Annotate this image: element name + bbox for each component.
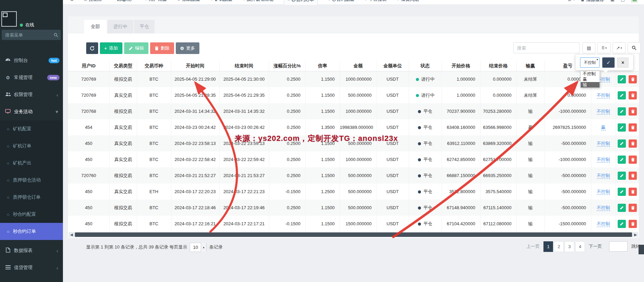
row-delete-button[interactable] (629, 204, 637, 212)
control-link[interactable]: 不控制 (597, 189, 610, 195)
row-delete-button[interactable] (629, 107, 637, 116)
sidebar-item-loans[interactable]: 借贷管理 ‹ (0, 259, 63, 276)
detail-view-button[interactable]: ▤ (582, 42, 595, 53)
sidebar-item-stake-orders[interactable]: ○质押锁仓订单 (0, 189, 63, 206)
clear-cache-button[interactable]: 清除缓存 (581, 0, 604, 3)
nav-stake-activity[interactable]: ○质押锁仓活动 (242, 0, 273, 2)
row-delete-button[interactable] (629, 139, 637, 148)
delete-button[interactable]: 删除 (150, 42, 174, 54)
control-link[interactable]: 不控制 (597, 109, 610, 115)
sidebar-item-miner-output[interactable]: ○矿机产出 (0, 155, 63, 172)
nav-contract-config[interactable]: ○秒合约配置 (328, 0, 354, 2)
row-edit-button[interactable] (618, 204, 626, 212)
status-dot-icon (418, 126, 421, 129)
row-delete-button[interactable] (629, 75, 637, 83)
control-link[interactable]: 不控制 (597, 157, 610, 163)
option-no-control[interactable]: 不控制 (581, 71, 600, 77)
nav-miner-config[interactable]: ○矿机配置 (210, 0, 232, 2)
row-edit-button[interactable] (618, 75, 626, 83)
control-link[interactable]: 不控制 (597, 141, 610, 147)
row-edit-button[interactable] (618, 220, 626, 228)
row-edit-button[interactable] (618, 123, 626, 132)
image-icon[interactable]: ▣ (610, 0, 614, 2)
row-edit-button[interactable] (618, 156, 626, 164)
control-link[interactable]: 不控制 (597, 221, 610, 227)
more-button[interactable]: ⚙更多 (176, 42, 200, 54)
next-page-button[interactable]: 下一页 (586, 243, 605, 250)
control-select[interactable]: 不控制 ▼ (580, 57, 600, 68)
page-size-select[interactable]: 10 ▲ (190, 243, 206, 252)
nav-loan-cycle[interactable]: ○借贷周期 (397, 0, 419, 2)
edit-button[interactable]: 编辑 (124, 42, 148, 54)
columns-button[interactable]: ⠿▾ (597, 42, 610, 53)
scroll-corner[interactable] (639, 245, 644, 254)
cell-control: 不控制 (591, 184, 616, 200)
nav-platform-report[interactable]: ○平台报表 (365, 0, 386, 2)
row-delete-button[interactable] (629, 156, 637, 164)
sidebar-item-dashboard[interactable]: 控制台 hot (0, 52, 63, 69)
page-button-1[interactable]: 1 (543, 241, 553, 252)
add-button[interactable]: +添加 (100, 42, 122, 54)
row-edit-button[interactable] (618, 91, 626, 99)
cell-user-id: 450 (68, 184, 109, 200)
nav-dashboard[interactable]: ⊞控制台 (84, 0, 102, 2)
confirm-button[interactable]: ✓ (602, 57, 615, 68)
sidebar-item-reports[interactable]: 数据报表 ‹ (0, 242, 63, 259)
export-button[interactable]: ↗▾ (613, 42, 626, 53)
row-delete-button[interactable] (629, 172, 637, 180)
nav-front-users[interactable]: ◔前端用户 (113, 0, 134, 2)
sidebar-item-general[interactable]: ⚙ 常规管理 new (0, 69, 63, 86)
sidebar-item-permissions[interactable]: 权限管理 ‹ (0, 86, 63, 103)
cancel-button[interactable]: × (617, 57, 629, 68)
sidebar-search-input[interactable] (2, 30, 61, 40)
chart-icon[interactable] (631, 0, 638, 2)
page-button-2[interactable]: 2 (554, 241, 564, 252)
control-link[interactable]: 不控制 (597, 173, 610, 179)
cell-control: 不控制 (591, 103, 616, 119)
row-delete-button[interactable] (629, 91, 637, 99)
circle-icon: ○ (7, 144, 10, 149)
control-link[interactable]: 不控制 (597, 205, 610, 211)
jump-page-input[interactable] (609, 241, 628, 252)
cell-amount-unit: USDT (377, 216, 409, 232)
option-win[interactable]: 赢 (581, 77, 600, 82)
row-delete-button[interactable] (629, 123, 637, 132)
search-icon[interactable] (54, 32, 58, 39)
row-edit-button[interactable] (618, 188, 626, 196)
row-edit-button[interactable] (618, 172, 626, 180)
tab-running[interactable]: 进行中 (107, 20, 133, 33)
sidebar-item-miner-config[interactable]: ○矿机配置 (0, 120, 63, 137)
page-button-4[interactable]: 4 (575, 241, 585, 252)
sidebar-item-miner-orders[interactable]: ○矿机订单 (0, 137, 63, 155)
nav-contract-orders[interactable]: ○秒合约订单 (284, 0, 318, 5)
scroll-right-icon[interactable]: ▶ (633, 233, 638, 237)
fullscreen-search-button[interactable] (628, 42, 641, 53)
control-link[interactable]: 赢 (601, 125, 606, 131)
nav-user-recharge[interactable]: ○用户充值 (145, 0, 167, 2)
scrollbar-thumb[interactable] (75, 232, 632, 237)
nav-system-config[interactable]: ⚙系统配置 (177, 0, 200, 2)
sidebar-item-contract-orders[interactable]: ○秒合约订单 (0, 223, 63, 240)
row-delete-button[interactable] (629, 220, 637, 228)
prev-page-button[interactable]: 上一页 (524, 243, 542, 250)
hamburger-icon[interactable]: ≡ (70, 0, 74, 2)
status-dot-icon (418, 190, 421, 193)
sidebar-item-business[interactable]: 业务活动 ▾ (0, 103, 63, 120)
row-delete-button[interactable] (629, 188, 637, 196)
tab-closed[interactable]: 平仓 (134, 20, 155, 33)
fullscreen-icon[interactable]: ▢ (621, 0, 625, 2)
cell-end-time: 2024-03-17 22:17:21 (219, 216, 269, 232)
row-edit-button[interactable] (618, 107, 626, 116)
page-button-3[interactable]: 3 (565, 241, 574, 252)
table-search-input[interactable] (513, 42, 580, 53)
list-dropdown-icon[interactable]: ≣▾ (568, 0, 575, 2)
row-edit-button[interactable] (618, 139, 626, 148)
option-lose[interactable]: 输 (581, 82, 600, 88)
tab-all[interactable]: 全部 (84, 20, 107, 33)
refresh-button[interactable] (86, 42, 98, 54)
col-start-time: 开始时间 (171, 61, 219, 71)
sidebar-item-contract-config[interactable]: ○秒合约配置 (0, 206, 63, 223)
control-link[interactable]: 不控制 (597, 93, 610, 98)
scroll-left-icon[interactable]: ◀ (69, 233, 74, 237)
sidebar-item-stake-activity[interactable]: ○质押锁仓活动 (0, 172, 63, 189)
